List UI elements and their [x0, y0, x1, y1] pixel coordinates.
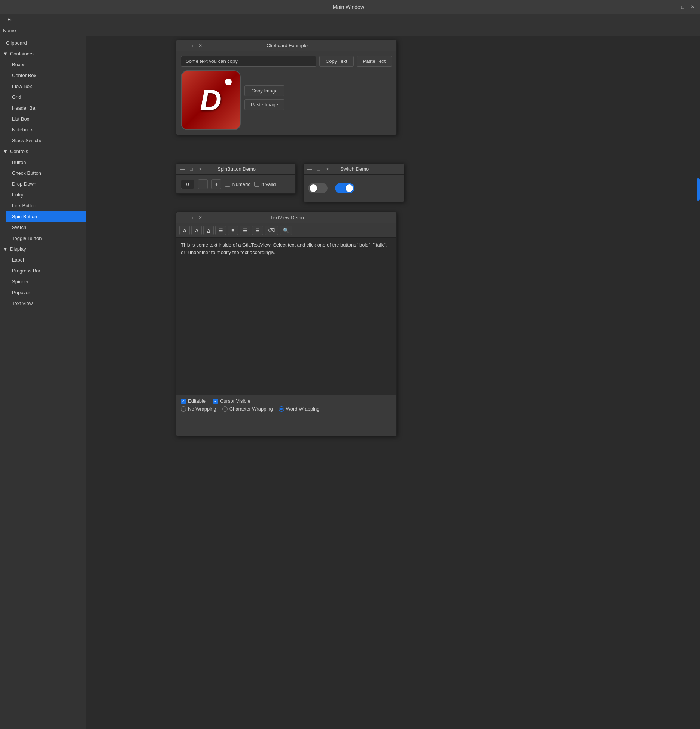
paste-image-button[interactable]: Paste Image [244, 99, 284, 110]
sidebar-item-list-box[interactable]: List Box [6, 113, 86, 124]
clipboard-close-btn[interactable]: ✕ [197, 43, 203, 49]
search-button[interactable]: 🔍 [280, 226, 292, 235]
sidebar-item-stack-switcher[interactable]: Stack Switcher [6, 135, 86, 146]
sidebar-item-link-button[interactable]: Link Button [6, 200, 86, 211]
char-wrapping-label: Character Wrapping [229, 406, 273, 412]
sidebar-item-grid[interactable]: Grid [6, 92, 86, 103]
sidebar-item-drop-down[interactable]: Drop Down [6, 179, 86, 189]
cursor-visible-checkbox[interactable] [213, 399, 218, 404]
word-wrapping-radio[interactable] [279, 406, 284, 412]
cursor-visible-checkbox-label[interactable]: Cursor Visible [213, 398, 250, 404]
textview-text: This is some text inside of a Gtk.TextVi… [181, 242, 387, 255]
clear-button[interactable]: ⌫ [265, 226, 278, 235]
sidebar-item-clipboard[interactable]: Clipboard [0, 37, 86, 48]
switch-window-title: Switch Demo [331, 166, 378, 172]
switch-controls-row [308, 179, 399, 197]
spinbutton-maximize-btn[interactable]: □ [188, 166, 194, 172]
italic-button[interactable]: a [191, 226, 202, 235]
textview-content-area[interactable]: This is some text inside of a Gtk.TextVi… [176, 238, 396, 395]
sidebar-item-check-button[interactable]: Check Button [6, 168, 86, 179]
sidebar-item-notebook[interactable]: Notebook [6, 124, 86, 135]
sidebar-category-display[interactable]: ▼ Display [0, 244, 86, 254]
sidebar-item-popover[interactable]: Popover [6, 287, 86, 298]
editable-checkbox-label[interactable]: Editable [181, 398, 206, 404]
align-center-button[interactable]: ≡ [228, 226, 238, 235]
image-buttons: Copy Image Paste Image [244, 70, 284, 110]
sidebar-item-flow-box[interactable]: Flow Box [6, 81, 86, 92]
align-right-button[interactable]: ☰ [240, 226, 250, 235]
sidebar-item-spinner[interactable]: Spinner [6, 276, 86, 287]
sidebar-item-button[interactable]: Button [6, 157, 86, 168]
copy-image-button[interactable]: Copy Image [244, 85, 284, 96]
textview-maximize-btn[interactable]: □ [188, 215, 194, 221]
underline-button[interactable]: a [203, 226, 214, 235]
maximize-button[interactable]: □ [680, 4, 686, 10]
chevron-down-icon-controls: ▼ [3, 149, 8, 154]
switch-1[interactable] [308, 183, 328, 193]
clipboard-image: D [181, 70, 241, 130]
word-wrapping-radio-label[interactable]: Word Wrapping [279, 406, 320, 412]
switch-maximize-btn[interactable]: □ [316, 166, 322, 172]
align-justify-button[interactable]: ☰ [252, 226, 263, 235]
spinbutton-window-title: SpinButton Demo [203, 166, 270, 172]
clipboard-text-label: Some text you can copy [181, 56, 316, 67]
containers-label: Containers [10, 51, 34, 57]
textview-close-btn[interactable]: ✕ [197, 215, 203, 221]
bold-button[interactable]: a [179, 226, 190, 235]
chevron-down-icon-display: ▼ [3, 246, 8, 252]
file-menu[interactable]: File [3, 15, 20, 24]
sidebar-item-spin-button[interactable]: Spin Button [6, 211, 86, 222]
ifvalid-checkbox[interactable] [254, 182, 259, 187]
spinbutton-close-btn[interactable]: ✕ [197, 166, 203, 172]
close-button[interactable]: ✕ [690, 4, 696, 10]
paste-text-button[interactable]: Paste Text [357, 56, 392, 67]
sidebar-item-switch[interactable]: Switch [6, 222, 86, 233]
clipboard-content: Some text you can copy Copy Text Paste T… [176, 51, 396, 135]
switch-2[interactable] [335, 183, 354, 193]
sidebar-category-controls[interactable]: ▼ Controls [0, 146, 86, 157]
chevron-down-icon: ▼ [3, 51, 8, 57]
d-logo-text: D [200, 85, 222, 115]
display-label: Display [10, 246, 26, 252]
switch-minimize-btn[interactable]: — [307, 166, 313, 172]
switch-window: — □ ✕ Switch Demo [303, 163, 404, 202]
clipboard-image-row: D Copy Image Paste Image [181, 70, 392, 130]
textview-minimize-btn[interactable]: — [179, 215, 185, 221]
sidebar-item-text-view[interactable]: Text View [6, 298, 86, 309]
switch-window-controls: — □ ✕ [307, 166, 331, 172]
spinbutton-minimize-btn[interactable]: — [179, 166, 185, 172]
sidebar-item-center-box[interactable]: Center Box [6, 70, 86, 81]
clipboard-maximize-btn[interactable]: □ [188, 43, 194, 49]
numeric-checkbox[interactable] [225, 182, 230, 187]
no-wrapping-radio[interactable] [181, 406, 186, 412]
ifvalid-checkbox-label[interactable]: If Valid [254, 182, 276, 187]
textview-footer: Editable Cursor Visible No Wrapping Char… [176, 395, 396, 415]
minimize-button[interactable]: — [670, 4, 676, 10]
textview-window-controls: — □ ✕ [179, 215, 203, 221]
sidebar-item-toggle-button[interactable]: Toggle Button [6, 233, 86, 244]
sidebar-item-boxes[interactable]: Boxes [6, 59, 86, 70]
sidebar-item-label[interactable]: Label [6, 254, 86, 265]
spin-value: 0 [181, 180, 194, 189]
sidebar-category-containers[interactable]: ▼ Containers [0, 48, 86, 59]
switch-close-btn[interactable]: ✕ [325, 166, 331, 172]
word-wrapping-label: Word Wrapping [286, 406, 320, 412]
char-wrapping-radio-label[interactable]: Character Wrapping [222, 406, 273, 412]
spin-minus-btn[interactable]: − [198, 179, 208, 189]
spinbutton-window-controls: — □ ✕ [179, 166, 203, 172]
sidebar-item-header-bar[interactable]: Header Bar [6, 103, 86, 113]
sidebar-item-progress-bar[interactable]: Progress Bar [6, 265, 86, 276]
copy-text-button[interactable]: Copy Text [319, 56, 354, 67]
sidebar-item-entry[interactable]: Entry [6, 189, 86, 200]
numeric-checkbox-label[interactable]: Numeric [225, 182, 250, 187]
content-area: — □ ✕ Clipboard Example Some text you ca… [86, 36, 700, 729]
align-left-button[interactable]: ☰ [215, 226, 226, 235]
logo-dot [225, 79, 232, 85]
editable-checkbox[interactable] [181, 399, 186, 404]
clipboard-minimize-btn[interactable]: — [179, 43, 185, 49]
spin-plus-btn[interactable]: + [211, 179, 221, 189]
no-wrapping-radio-label[interactable]: No Wrapping [181, 406, 216, 412]
numeric-label: Numeric [232, 182, 250, 187]
char-wrapping-radio[interactable] [222, 406, 228, 412]
right-scrollbar[interactable] [696, 36, 700, 729]
